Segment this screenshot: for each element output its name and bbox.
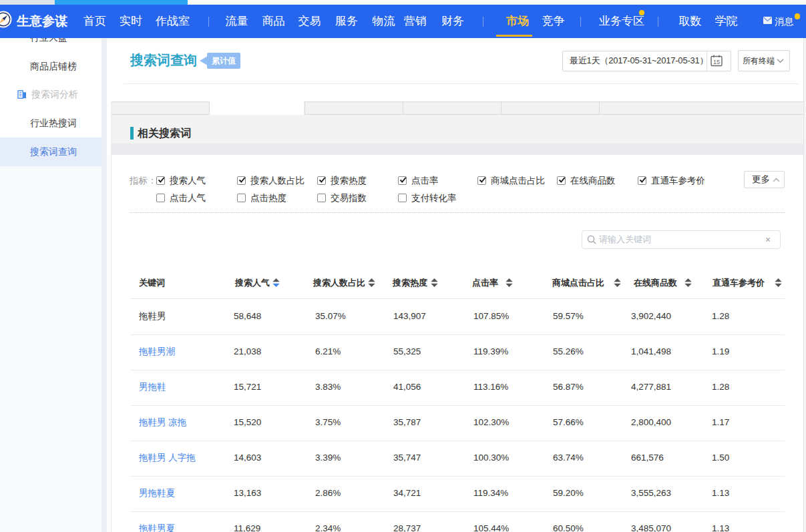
svg-text:15: 15 (713, 59, 720, 65)
